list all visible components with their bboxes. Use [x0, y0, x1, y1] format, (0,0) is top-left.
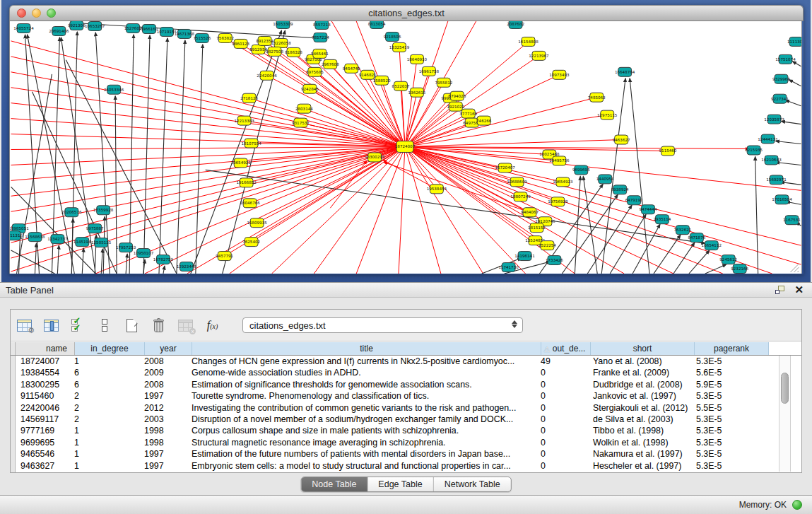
table-row[interactable]: 1872400712008Changes of HCN gene express…	[11, 356, 787, 367]
graph-node-yellow[interactable]: 1815152	[528, 223, 546, 233]
graph-node-yellow[interactable]: 19654923	[553, 177, 573, 187]
graph-node-teal[interactable]: 9245612	[719, 255, 737, 264]
column-header-year[interactable]: year	[145, 342, 192, 355]
table-body[interactable]: 1872400712008Changes of HCN gene express…	[11, 356, 787, 472]
close-panel-icon[interactable]: ✕	[794, 286, 804, 294]
column-visibility-button[interactable]	[42, 315, 61, 335]
graph-node-teal[interactable]: 1527602	[124, 23, 142, 33]
table-panel-header[interactable]: Table Panel ✕	[0, 282, 812, 298]
graph-node-yellow[interactable]: 11809935	[247, 218, 267, 228]
table-row[interactable]: 911546021997Tourette syndrome. Phenomeno…	[11, 390, 787, 402]
graph-node-teal[interactable]: 16648784	[615, 67, 635, 76]
graph-node-teal[interactable]: 14055724	[13, 23, 34, 33]
graph-node-yellow[interactable]: 9484067	[521, 208, 539, 217]
delete-button[interactable]	[149, 315, 168, 335]
graph-node-yellow[interactable]: 13226058	[271, 38, 291, 47]
graph-node-teal[interactable]: 20691406	[49, 26, 69, 35]
graph-node-teal[interactable]: 7632621	[673, 226, 691, 235]
graph-node-yellow[interactable]: 5912954	[249, 45, 267, 54]
graph-node-teal[interactable]: 8557213	[313, 21, 331, 29]
graph-node-yellow[interactable]: 9242845	[301, 84, 319, 93]
graph-node-teal[interactable]: 11568638	[25, 233, 45, 242]
graph-node-teal[interactable]: 9921306	[68, 21, 86, 30]
graph-node-teal[interactable]: 1145194	[73, 238, 91, 247]
graph-node-teal[interactable]: 7857224	[312, 33, 329, 42]
table-row[interactable]: 1456911722003Disruption of a novel membe…	[11, 414, 787, 425]
graph-node-teal[interactable]: 15751074	[775, 54, 796, 64]
graph-node-yellow[interactable]: 5975685	[306, 67, 324, 76]
graph-node-teal[interactable]: 17016504	[772, 195, 792, 204]
table-row[interactable]: 977716911998Corpus callosum shape and si…	[11, 425, 787, 436]
graph-node-teal[interactable]: 16782759	[153, 255, 174, 264]
graph-node-teal[interactable]: 2087682	[507, 21, 524, 28]
graph-node-yellow[interactable]: 18107554	[241, 139, 261, 148]
column-header-title[interactable]: title	[192, 342, 541, 355]
column-header-name[interactable]: name	[16, 342, 75, 355]
network-view-window[interactable]: citations_edges.txt 75638229860123591295…	[9, 5, 804, 274]
graph-node-yellow[interactable]: 13325419	[389, 42, 410, 52]
graph-node-yellow[interactable]: 2718126	[240, 93, 258, 103]
graph-node-teal[interactable]: 10653267	[85, 21, 105, 30]
tab-node-table[interactable]: Node Table	[301, 477, 367, 491]
column-header-out_de[interactable]: △out_de...	[541, 342, 591, 355]
graph-node-teal[interactable]: 10654112	[702, 241, 722, 250]
graph-node-yellow[interactable]: 18724007	[395, 141, 416, 153]
graph-node-yellow[interactable]: 8522037	[392, 81, 410, 90]
graph-node-yellow[interactable]: 7625402	[242, 238, 260, 247]
graph-node-yellow[interactable]: 16154808	[518, 37, 539, 46]
new-document-button[interactable]	[122, 315, 141, 335]
graph-node-teal[interactable]: 1733426	[546, 256, 563, 265]
graph-node-teal[interactable]: 1111304	[787, 37, 802, 46]
rows-button[interactable]	[95, 315, 114, 335]
graph-node-teal[interactable]: 9975887	[86, 224, 104, 233]
network-canvas[interactable]: 7563822986012359129548912354132260589827…	[9, 21, 802, 274]
graph-node-yellow[interactable]: 12213967	[529, 51, 549, 60]
tab-edge-table[interactable]: Edge Table	[367, 477, 433, 491]
graph-node-teal[interactable]: 12444131	[758, 134, 778, 144]
column-header-pagerank[interactable]: pagerank	[695, 342, 769, 355]
graph-node-teal[interactable]: 9227341	[771, 94, 789, 103]
graph-node-teal[interactable]: 9232166	[731, 264, 748, 274]
graph-node-teal[interactable]: 12505135	[91, 238, 112, 247]
graph-node-teal[interactable]: 9474444	[640, 205, 657, 214]
graph-node-teal[interactable]: 6966160	[141, 24, 158, 33]
table-row[interactable]: 969969511998Structural magnetic resonanc…	[11, 437, 787, 448]
graph-node-teal[interactable]: 8938924	[611, 185, 629, 194]
graph-node-teal[interactable]: 10958107	[134, 249, 154, 258]
graph-node-teal[interactable]: 7515526	[193, 33, 211, 42]
graph-node-teal[interactable]: 8471876	[688, 233, 705, 243]
graph-node-yellow[interactable]: 16046766	[240, 199, 260, 208]
column-select-button[interactable]: ✓✓	[69, 315, 88, 335]
table-row[interactable]: 1938455462009Genome-wide association stu…	[11, 367, 787, 378]
graph-node-teal[interactable]: 9699695	[572, 165, 590, 175]
graph-node-yellow[interactable]: 2522254	[539, 241, 556, 250]
graph-node-yellow[interactable]: 15720407	[495, 163, 515, 173]
graph-node-yellow[interactable]: 9317537	[292, 118, 310, 127]
graph-node-yellow[interactable]: 746266	[476, 116, 492, 125]
float-panel-icon[interactable]	[775, 286, 784, 294]
graph-node-yellow[interactable]: 1588520	[373, 76, 391, 85]
graph-node-teal[interactable]: 20206576	[61, 208, 82, 217]
graph-node-teal[interactable]: 12035873	[764, 115, 784, 124]
graph-node-yellow[interactable]: 19538454	[427, 185, 447, 194]
graph-node-yellow[interactable]: 2803144	[295, 104, 313, 113]
graph-node-yellow[interactable]: 5465461	[311, 49, 329, 58]
graph-node-yellow[interactable]: 12975115	[597, 110, 618, 119]
graph-node-yellow[interactable]: 3777163	[459, 109, 477, 118]
graph-node-yellow[interactable]: 9463627	[613, 135, 630, 144]
graph-node-teal[interactable]: 16053309	[273, 21, 293, 28]
graph-node-teal[interactable]: 9329966	[772, 74, 790, 83]
graph-node-yellow[interactable]: 7485063	[588, 93, 606, 102]
graph-node-yellow[interactable]: 9827508	[266, 47, 283, 56]
graph-node-yellow[interactable]: 6794028	[448, 91, 466, 100]
graph-node-yellow[interactable]: 7955812	[435, 78, 452, 87]
graph-node-teal[interactable]: 14671368	[175, 29, 195, 38]
column-header-short[interactable]: short	[591, 342, 695, 355]
graph-node-yellow[interactable]: 8186328	[285, 47, 302, 57]
table-settings-button[interactable]: ⚙	[15, 315, 34, 335]
memory-ok-icon[interactable]	[792, 500, 802, 510]
graph-node-teal[interactable]: 8215935	[745, 146, 763, 155]
graph-node-teal[interactable]: 2935114	[654, 215, 671, 224]
scrollbar-thumb[interactable]	[781, 373, 789, 404]
table-row[interactable]: 946362711997Embryonic stem cells: a mode…	[11, 460, 787, 472]
